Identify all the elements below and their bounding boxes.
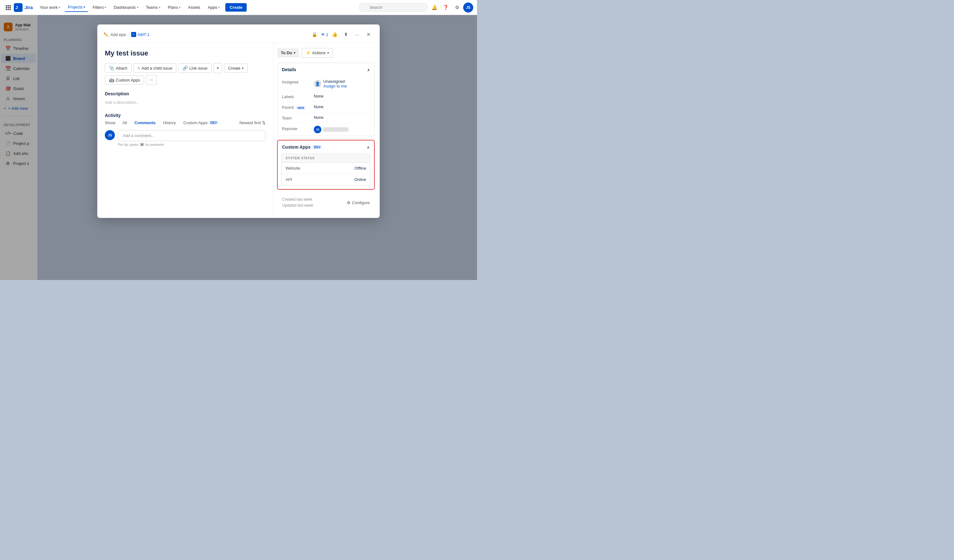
breadcrumb-issue[interactable]: ✓ AMT-1 [131,32,150,37]
add-child-issue-button[interactable]: ⑃ Add a child issue [133,63,176,73]
svg-rect-0 [6,5,7,6]
comment-input[interactable]: Add a comment... [118,130,265,141]
svg-rect-9 [14,3,23,12]
parent-row: Parent NEW None [277,101,374,112]
custom-apps-dev-badge: DEV [312,145,322,149]
reporter-name [323,127,348,132]
nav-projects[interactable]: Projects ▾ [65,3,88,12]
user-avatar[interactable]: JS [463,3,473,12]
configure-button[interactable]: ⚙ Configure [347,201,369,205]
close-icon[interactable]: ✕ [363,30,373,39]
search-input[interactable] [359,3,428,12]
reporter-label: Reporter [282,126,310,131]
team-label: Team [282,115,310,120]
logo-text: Jira [25,5,33,10]
create-button[interactable]: Create ▾ [224,64,248,73]
footer-dates: Created last week Updated last week [282,197,313,208]
description-input[interactable]: Add a description... [105,98,265,107]
breadcrumb-add-epic[interactable]: Add epic [111,32,126,37]
description-title: Description [105,91,265,96]
breadcrumb: ✏️ Add epic / ✓ AMT-1 [104,32,307,37]
notifications-icon[interactable]: 🔔 [429,3,440,12]
nav-plans[interactable]: Plans ▾ [165,3,184,12]
topnav: J Jira Your work ▾ Projects ▾ Filters ▾ … [0,0,477,15]
jira-logo[interactable]: J Jira [14,3,33,12]
settings-icon[interactable]: ⚙ [452,3,462,12]
svg-rect-3 [6,7,7,8]
custom-apps-card: Custom Apps DEV SYSTEM STATUS Website Of… [277,140,375,190]
status-actions-row: To Do ▾ ⚡ Actions ▾ [277,48,375,58]
unassigned-icon: 👤 [314,80,321,87]
activity-header: Show: All Comments History Custom Apps D… [105,120,265,126]
create-button[interactable]: Create [225,3,247,12]
child-icon: ⑃ [137,65,140,70]
api-value: Online [354,177,366,182]
more-icon[interactable]: ··· [352,30,362,39]
issue-type-icon: ✓ [131,32,136,37]
nav-apps[interactable]: Apps ▾ [204,3,223,12]
filter-comments[interactable]: Comments [133,120,157,126]
system-status-header: SYSTEM STATUS [282,154,370,163]
website-key: Website [285,166,300,171]
actions-button[interactable]: ⚡ Actions ▾ [302,48,333,58]
attach-button[interactable]: 📎 Attach [105,63,131,73]
custom-apps-inner: SYSTEM STATUS Website Offline API Online [282,154,370,185]
user-avatar-sm: JS [105,130,115,140]
team-value[interactable]: None [314,115,370,120]
nav-your-work[interactable]: Your work ▾ [37,3,63,12]
svg-rect-1 [8,5,9,6]
labels-value[interactable]: None [314,94,370,98]
nav-assets[interactable]: Assets [185,3,203,12]
website-value: Offline [355,166,366,171]
parent-value[interactable]: None [314,104,370,109]
link-icon: 🔗 [182,65,188,70]
sort-button[interactable]: Newest first ⇅ [239,120,265,125]
svg-rect-6 [6,9,7,10]
svg-rect-8 [9,9,11,10]
modal-right: To Do ▾ ⚡ Actions ▾ Details [273,43,380,218]
filter-custom-apps[interactable]: Custom Apps DEV [182,120,220,126]
modal-body: My test issue 📎 Attach ⑃ Add a child iss… [97,43,380,218]
modal-header: ✏️ Add epic / ✓ AMT-1 🔒 👁 1 👍 ⬆ ··· ✕ [97,25,380,43]
svg-rect-4 [8,7,9,8]
details-title: Details [282,67,296,72]
filter-all[interactable]: All [121,120,128,126]
activity-section: Activity Show: All Comments History Cust… [105,113,265,146]
api-key: API [285,177,292,182]
filter-history[interactable]: History [162,120,177,126]
labels-row: Labels None [277,91,374,101]
custom-apps-button[interactable]: 🤖 Custom Apps [105,75,144,85]
details-chevron [367,67,370,72]
comment-tip: Pro tip: press M to comment [118,143,265,146]
nav-filters[interactable]: Filters ▾ [89,3,109,12]
assignee-row: Assignee 👤 Unassigned Assign to me [277,76,374,91]
reporter-value: JS [314,126,370,133]
dev-badge: DEV [209,121,219,125]
custom-apps-icon: 🤖 [109,78,114,82]
custom-apps-chevron [367,144,369,150]
modal-overlay[interactable]: ✏️ Add epic / ✓ AMT-1 🔒 👁 1 👍 ⬆ ··· ✕ [0,15,477,280]
assign-me[interactable]: Assign to me [323,84,347,89]
modal-footer: Created last week Updated last week ⚙ Co… [277,193,375,213]
parent-label: Parent NEW [282,104,310,110]
new-badge: NEW [296,106,306,110]
modal-header-actions: 🔒 👁 1 👍 ⬆ ··· ✕ [310,30,373,39]
attach-icon: 📎 [109,65,114,70]
nav-teams[interactable]: Teams ▾ [143,3,164,12]
lightning-icon: ⚡ [306,50,311,55]
more-options-button[interactable]: ··· [146,75,157,85]
help-icon[interactable]: ❓ [441,3,450,12]
status-button[interactable]: To Do ▾ [277,48,299,58]
issue-title[interactable]: My test issue [105,49,265,58]
watch-button[interactable]: 👁 1 [321,32,328,37]
grid-icon[interactable] [4,3,12,12]
custom-apps-card-header[interactable]: Custom Apps DEV [278,140,374,154]
details-card-header[interactable]: Details [277,63,374,76]
share-icon[interactable]: ⬆ [341,30,351,39]
nav-dashboards[interactable]: Dashboards ▾ [111,3,141,12]
link-dropdown[interactable]: ▾ [214,63,222,73]
link-issue-button[interactable]: 🔗 Link issue [178,63,212,73]
labels-label: Labels [282,94,310,99]
lock-icon[interactable]: 🔒 [310,30,320,39]
thumbsup-icon[interactable]: 👍 [329,30,340,39]
